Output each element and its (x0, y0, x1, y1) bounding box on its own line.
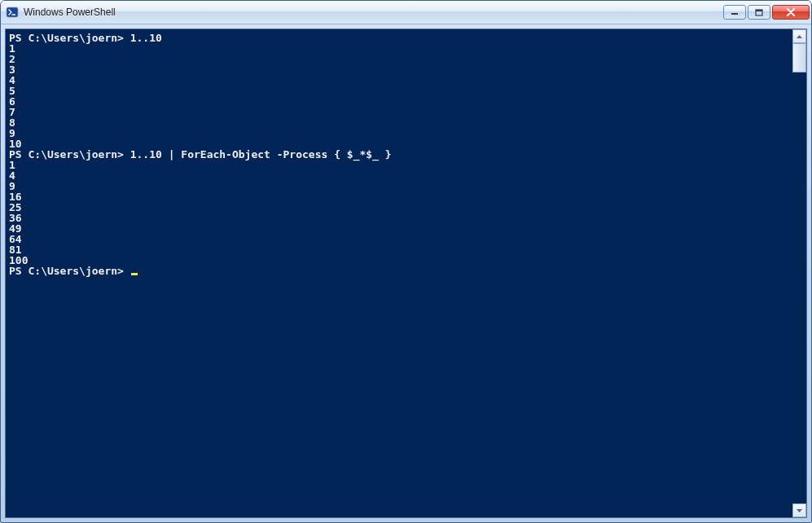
close-button[interactable] (772, 5, 810, 20)
scroll-thumb[interactable] (792, 43, 806, 73)
terminal-command-line: PS C:\Users\joern> 1..10 | ForEach-Objec… (9, 149, 792, 160)
chevron-up-icon (797, 35, 802, 38)
maximize-button[interactable] (748, 5, 770, 20)
titlebar[interactable]: Windows PowerShell (1, 1, 811, 24)
cursor (131, 273, 138, 275)
terminal-output-line: 4 (9, 75, 792, 86)
terminal-output-line: 1 (9, 160, 792, 170)
terminal-output-line: 2 (9, 54, 792, 64)
terminal-output-line: 9 (9, 181, 792, 191)
close-icon (786, 8, 796, 16)
terminal-output-line: 64 (9, 234, 792, 244)
svg-rect-4 (756, 10, 762, 11)
terminal-output-line: 9 (9, 128, 792, 138)
terminal-command-line: PS C:\Users\joern> 1..10 (9, 33, 792, 43)
terminal-output-line: 36 (9, 213, 792, 223)
terminal-output-line: 3 (9, 64, 792, 75)
powershell-icon (6, 6, 19, 19)
minimize-icon (731, 9, 739, 15)
svg-rect-2 (731, 13, 738, 15)
terminal-output-line: 4 (9, 170, 792, 181)
terminal-output-line: 1 (9, 43, 792, 54)
terminal-frame: PS C:\Users\joern> 1..1012345678910PS C:… (5, 29, 807, 518)
maximize-icon (755, 9, 763, 16)
terminal-container: PS C:\Users\joern> 1..1012345678910PS C:… (1, 24, 811, 522)
scrollbar-vertical[interactable] (792, 29, 806, 517)
terminal-output-line: 16 (9, 191, 792, 202)
minimize-button[interactable] (723, 5, 746, 20)
window-title: Windows PowerShell (24, 7, 723, 18)
terminal-output-line: 5 (9, 86, 792, 96)
terminal-output-line: 25 (9, 202, 792, 213)
window: Windows PowerShell PS C:\Users\j (0, 0, 812, 523)
terminal-output-line: 6 (9, 96, 792, 107)
scroll-up-button[interactable] (792, 29, 806, 43)
terminal-output-line: 8 (9, 117, 792, 128)
terminal-output-line: 7 (9, 107, 792, 117)
chevron-down-icon (797, 509, 802, 512)
window-controls (723, 5, 810, 20)
terminal-output-line: 49 (9, 223, 792, 234)
terminal-output-line: 81 (9, 244, 792, 255)
svg-rect-0 (7, 7, 18, 17)
terminal[interactable]: PS C:\Users\joern> 1..1012345678910PS C:… (6, 29, 792, 517)
scroll-down-button[interactable] (792, 503, 806, 517)
terminal-prompt-line: PS C:\Users\joern> (9, 266, 792, 276)
